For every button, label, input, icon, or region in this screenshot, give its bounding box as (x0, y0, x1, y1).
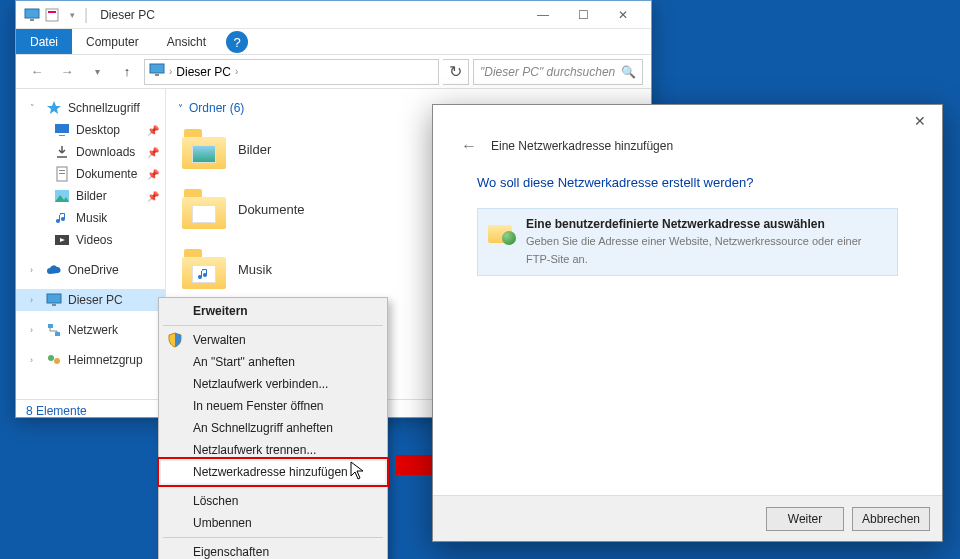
monitor-icon (149, 62, 165, 81)
folder-icon (182, 249, 226, 289)
download-icon (54, 144, 70, 160)
pin-icon: 📌 (147, 191, 159, 202)
ctx-new-window[interactable]: In neuem Fenster öffnen (161, 395, 385, 417)
sidebar-item-desktop[interactable]: Desktop📌 (16, 119, 165, 141)
chevron-right-icon: › (169, 66, 172, 77)
wizard-footer: Weiter Abbrechen (433, 495, 942, 541)
sidebar-item-videos[interactable]: Videos (16, 229, 165, 251)
desktop-icon (54, 122, 70, 138)
chevron-right-icon: › (235, 66, 238, 77)
svg-rect-3 (48, 11, 56, 13)
ctx-delete[interactable]: Löschen (161, 490, 385, 512)
sidebar-item-pictures[interactable]: Bilder📌 (16, 185, 165, 207)
separator (163, 486, 383, 487)
ctx-pin-start[interactable]: An "Start" anheften (161, 351, 385, 373)
breadcrumb-item[interactable]: Dieser PC (176, 65, 231, 79)
svg-rect-17 (52, 304, 56, 306)
svg-rect-7 (55, 124, 69, 133)
wizard-question: Wo soll diese Netzwerkadresse erstellt w… (477, 175, 898, 190)
separator (163, 537, 383, 538)
properties-icon[interactable] (44, 7, 60, 23)
separator (163, 325, 383, 326)
close-button[interactable]: ✕ (603, 3, 643, 27)
breadcrumb[interactable]: › Dieser PC › (144, 59, 439, 85)
nav-recent-button[interactable]: ▾ (84, 59, 110, 85)
tab-computer[interactable]: Computer (72, 29, 153, 54)
wizard-option-custom[interactable]: Eine benutzerdefinierte Netzwerkadresse … (477, 208, 898, 276)
tab-view[interactable]: Ansicht (153, 29, 220, 54)
music-icon (54, 210, 70, 226)
video-icon (54, 232, 70, 248)
ctx-pin-quick[interactable]: An Schnellzugriff anheften (161, 417, 385, 439)
pin-icon: 📌 (147, 147, 159, 158)
sidebar-item-quick-access[interactable]: ˅Schnellzugriff (16, 97, 165, 119)
wizard-title: Eine Netzwerkadresse hinzufügen (491, 139, 673, 153)
svg-rect-4 (150, 64, 164, 73)
folder-icon (182, 189, 226, 229)
svg-rect-18 (48, 324, 53, 328)
svg-rect-11 (59, 173, 65, 174)
svg-point-21 (54, 358, 60, 364)
navigation-pane: ˅Schnellzugriff Desktop📌 Downloads📌 Doku… (16, 89, 166, 399)
svg-rect-5 (155, 74, 159, 76)
ctx-add-network-location[interactable]: Netzwerkadresse hinzufügen (161, 461, 385, 483)
close-button[interactable]: ✕ (904, 109, 936, 133)
search-input[interactable]: "Dieser PC" durchsuchen 🔍 (473, 59, 643, 85)
sidebar-item-downloads[interactable]: Downloads📌 (16, 141, 165, 163)
next-button[interactable]: Weiter (766, 507, 844, 531)
sidebar-item-documents[interactable]: Dokumente📌 (16, 163, 165, 185)
svg-rect-2 (46, 9, 58, 21)
nav-back-button[interactable]: ← (24, 59, 50, 85)
sidebar-item-network[interactable]: ›Netzwerk (16, 319, 165, 341)
ctx-manage[interactable]: Verwalten (161, 329, 385, 351)
chevron-down-icon[interactable]: ▾ (64, 7, 80, 23)
sidebar-item-music[interactable]: Musik (16, 207, 165, 229)
nav-forward-button: → (54, 59, 80, 85)
cloud-icon (46, 262, 62, 278)
sidebar-item-onedrive[interactable]: ›OneDrive (16, 259, 165, 281)
help-icon[interactable]: ? (226, 31, 248, 53)
svg-rect-10 (59, 170, 65, 171)
minimize-button[interactable]: — (523, 3, 563, 27)
network-folder-icon (488, 217, 516, 245)
homegroup-icon (46, 352, 62, 368)
shield-icon (167, 332, 183, 348)
add-network-location-wizard: ✕ ← Eine Netzwerkadresse hinzufügen Wo s… (432, 104, 943, 542)
monitor-icon (24, 7, 40, 23)
picture-icon (54, 188, 70, 204)
star-icon (46, 100, 62, 116)
svg-rect-8 (59, 135, 65, 136)
window-title: Dieser PC (100, 8, 155, 22)
folder-icon (182, 129, 226, 169)
maximize-button[interactable]: ☐ (563, 3, 603, 27)
search-icon: 🔍 (621, 65, 636, 79)
svg-rect-1 (30, 19, 34, 21)
pin-icon: 📌 (147, 169, 159, 180)
svg-rect-16 (47, 294, 61, 303)
svg-marker-6 (47, 101, 61, 114)
address-bar-row: ← → ▾ ↑ › Dieser PC › ↻ "Dieser PC" durc… (16, 55, 651, 89)
svg-rect-19 (55, 332, 60, 336)
wizard-back-button[interactable]: ← (461, 137, 477, 155)
ctx-map-drive[interactable]: Netzlaufwerk verbinden... (161, 373, 385, 395)
sidebar-item-this-pc[interactable]: ›Dieser PC (16, 289, 165, 311)
ctx-expand[interactable]: Erweitern (161, 300, 385, 322)
refresh-button[interactable]: ↻ (443, 59, 469, 85)
network-icon (46, 322, 62, 338)
svg-point-20 (48, 355, 54, 361)
sidebar-item-homegroup[interactable]: ›Heimnetzgrup (16, 349, 165, 371)
ctx-rename[interactable]: Umbennen (161, 512, 385, 534)
status-item-count: 8 Elemente (26, 404, 87, 418)
nav-up-button[interactable]: ↑ (114, 59, 140, 85)
tab-file[interactable]: Datei (16, 29, 72, 54)
cancel-button[interactable]: Abbrechen (852, 507, 930, 531)
ctx-properties[interactable]: Eigenschaften (161, 541, 385, 559)
monitor-icon (46, 292, 62, 308)
context-menu: Erweitern Verwalten An "Start" anheften … (158, 297, 388, 559)
ctx-disconnect-drive[interactable]: Netzlaufwerk trennen... (161, 439, 385, 461)
ribbon-tabs: Datei Computer Ansicht ? (16, 29, 651, 55)
pin-icon: 📌 (147, 125, 159, 136)
svg-rect-0 (25, 9, 39, 18)
window-titlebar: ▾ | Dieser PC — ☐ ✕ (16, 1, 651, 29)
document-icon (54, 166, 70, 182)
